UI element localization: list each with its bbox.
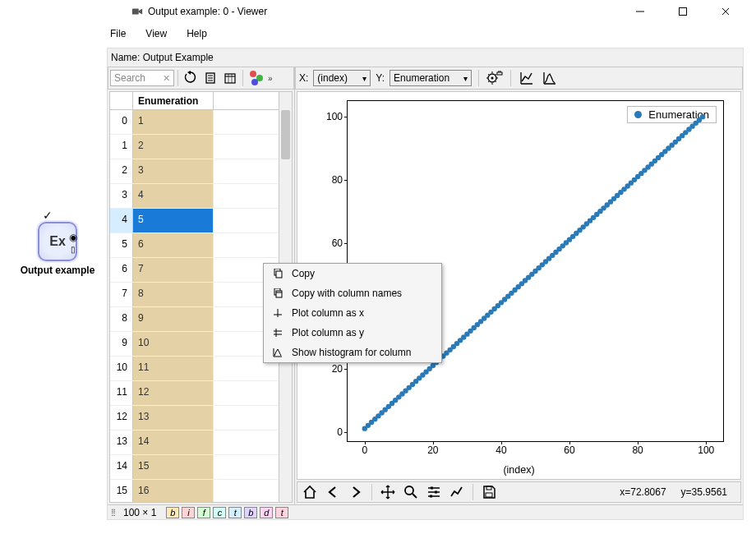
type-chip[interactable]: f <box>197 507 210 518</box>
window-title: Output example: 0 - Viewer <box>148 6 267 17</box>
table-header[interactable]: Enumeration <box>110 92 279 110</box>
close-button[interactable] <box>712 2 740 21</box>
table-row[interactable]: 45 <box>110 209 279 233</box>
row-index: 11 <box>110 381 133 405</box>
row-index: 6 <box>110 258 133 282</box>
menu-view[interactable]: View <box>142 26 170 41</box>
cursor-y: y=35.9561 <box>681 486 727 498</box>
cell-value[interactable]: 13 <box>133 406 214 430</box>
type-chip[interactable]: i <box>182 507 195 518</box>
svg-line-117 <box>413 494 417 498</box>
column-header[interactable]: Enumeration <box>133 92 214 109</box>
type-chip[interactable]: c <box>213 507 226 518</box>
row-index: 3 <box>110 184 133 208</box>
cell-value[interactable]: 9 <box>133 307 214 331</box>
overflow-icon[interactable]: » <box>268 74 273 83</box>
svg-rect-119 <box>435 491 437 494</box>
cell-value[interactable]: 12 <box>133 381 214 405</box>
type-chip[interactable]: d <box>260 507 273 518</box>
plot-nav-toolbar: x=72.8067 y=35.9561 <box>297 481 741 503</box>
table-row[interactable]: 67 <box>110 258 279 283</box>
cell-value[interactable]: 4 <box>133 184 214 208</box>
cell-value[interactable]: 6 <box>133 233 214 257</box>
type-chip[interactable]: b <box>244 507 257 518</box>
context-menu: Copy Copy with column names Plot column … <box>263 263 442 363</box>
cell-value[interactable]: 7 <box>133 258 214 282</box>
type-chip[interactable]: t <box>275 507 288 518</box>
histogram-icon[interactable] <box>541 69 559 87</box>
type-chip[interactable]: t <box>228 507 242 518</box>
cell-value[interactable]: 11 <box>133 357 214 380</box>
calendar-icon[interactable] <box>221 69 239 87</box>
workflow-node[interactable]: ✓ Ex ◉ ▯ Output example <box>8 222 107 276</box>
document-icon[interactable] <box>201 69 219 87</box>
colors-icon[interactable] <box>247 69 265 87</box>
row-index: 4 <box>110 209 133 232</box>
cell-value[interactable]: 2 <box>133 135 214 159</box>
svg-rect-120 <box>430 495 432 498</box>
cell-value[interactable]: 16 <box>133 480 214 502</box>
cell-value[interactable]: 15 <box>133 455 214 479</box>
table-row[interactable]: 1314 <box>110 430 279 455</box>
pan-icon[interactable] <box>379 483 397 501</box>
refresh-icon[interactable] <box>182 69 200 87</box>
ctx-plot-y[interactable]: Plot column as y <box>264 323 441 343</box>
table-row[interactable]: 89 <box>110 307 279 332</box>
index-header[interactable] <box>110 92 133 109</box>
lineplot-icon[interactable] <box>518 69 536 87</box>
table-row[interactable]: 23 <box>110 159 279 184</box>
svg-point-14 <box>491 77 494 80</box>
x-tick-label: 40 <box>496 444 506 456</box>
table-row[interactable]: 1112 <box>110 381 279 406</box>
ctx-label: Plot column as x <box>292 307 364 319</box>
ctx-histogram[interactable]: Show histogram for column <box>264 343 441 362</box>
zoom-icon[interactable] <box>402 483 420 501</box>
type-chip[interactable]: b <box>166 507 179 518</box>
table-row[interactable]: 78 <box>110 283 279 307</box>
minimize-button[interactable] <box>626 2 654 21</box>
node-side-icons: ◉ ▯ <box>69 232 77 254</box>
back-icon[interactable] <box>324 483 342 501</box>
svg-rect-126 <box>276 291 282 297</box>
scrollbar-thumb[interactable] <box>281 110 290 159</box>
cell-value[interactable]: 14 <box>133 430 214 454</box>
settings-icon[interactable] <box>486 69 504 87</box>
table-row[interactable]: 1213 <box>110 406 279 430</box>
edit-axes-icon[interactable] <box>448 483 466 501</box>
table-toolbar: Search ✕ » <box>108 67 294 90</box>
menu-help[interactable]: Help <box>183 26 210 41</box>
cursor-x: x=72.8067 <box>620 486 666 498</box>
axis-y-icon <box>272 328 284 338</box>
table-row[interactable]: 56 <box>110 233 279 258</box>
configure-icon[interactable] <box>425 483 443 501</box>
ctx-copy[interactable]: Copy <box>264 264 441 283</box>
table-row[interactable]: 1011 <box>110 357 279 381</box>
cell-value[interactable]: 10 <box>133 332 214 356</box>
maximize-button[interactable] <box>669 2 697 21</box>
table-row[interactable]: 1516 <box>110 480 279 502</box>
table-row[interactable]: 12 <box>110 135 279 159</box>
ctx-copy-headers[interactable]: Copy with column names <box>264 283 441 303</box>
cell-value[interactable]: 3 <box>133 159 214 183</box>
menu-bar: File View Help <box>107 26 210 41</box>
cell-value[interactable]: 5 <box>133 209 214 232</box>
y-tick-label: 20 <box>332 363 343 375</box>
clear-icon[interactable]: ✕ <box>163 73 170 84</box>
cell-value[interactable]: 8 <box>133 283 214 306</box>
table-row[interactable]: 910 <box>110 332 279 357</box>
home-icon[interactable] <box>301 483 319 501</box>
forward-icon[interactable] <box>347 483 365 501</box>
search-input[interactable]: Search ✕ <box>110 70 174 86</box>
menu-file[interactable]: File <box>107 26 129 41</box>
y-axis-select[interactable]: Enumeration <box>390 70 472 86</box>
table-row[interactable]: 34 <box>110 184 279 209</box>
ctx-plot-x[interactable]: Plot column as x <box>264 303 441 323</box>
cell-value[interactable]: 1 <box>133 110 214 134</box>
x-tick-label: 80 <box>632 444 643 456</box>
name-value: Output Example <box>143 52 214 63</box>
table-row[interactable]: 01 <box>110 110 279 135</box>
table-row[interactable]: 1415 <box>110 455 279 480</box>
x-axis-select[interactable]: (index) <box>313 70 371 86</box>
save-icon[interactable] <box>480 483 498 501</box>
page-icon: ▯ <box>69 245 77 254</box>
